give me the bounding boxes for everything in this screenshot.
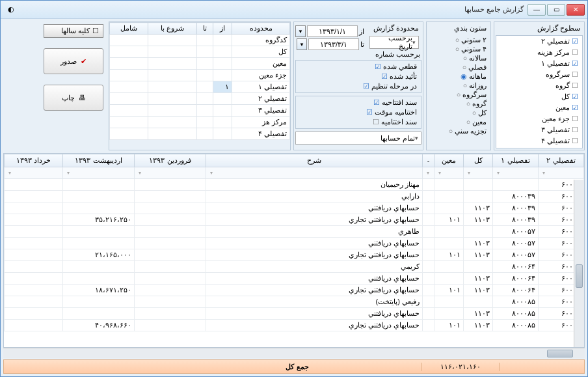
column-radio[interactable]: ۴ ستوني — [429, 44, 488, 53]
date-from-dropdown[interactable]: ▼ — [295, 25, 306, 37]
status-checkbox[interactable]: قطعي شده — [299, 62, 418, 72]
column-radio[interactable]: فصلي — [429, 63, 488, 72]
docs-checkbox[interactable]: اختتاميه موقت — [299, 107, 418, 117]
table-row[interactable]: ۶٠٠٠۴٨٠٠٠٨۵رفيعي (پايتخت) — [5, 296, 584, 308]
column-radio[interactable]: گروه — [429, 99, 488, 108]
date-to-input[interactable] — [308, 38, 359, 50]
all-years-checkbox[interactable]: ☐ كليه سالها — [44, 24, 103, 38]
column-radio[interactable]: سالانه — [429, 53, 488, 63]
to-label: تا — [360, 40, 364, 49]
vertical-scrollbar[interactable] — [574, 180, 584, 347]
table-row[interactable]: ۶٠٠٠۴مهناز رحيميان — [5, 179, 584, 191]
by-number-radio[interactable]: برحسب شماره — [368, 50, 420, 59]
column-radio[interactable]: ٢ ستوني — [429, 35, 488, 44]
print-button[interactable]: 🖶چاپ — [44, 85, 103, 111]
level-item[interactable]: جزء معين — [496, 113, 582, 124]
column-radio[interactable]: روزانه — [429, 81, 488, 90]
hscroll-thumb[interactable] — [547, 350, 573, 357]
filter-cell[interactable] — [434, 167, 464, 179]
docs-checkbox[interactable]: سند افتتاحيه — [299, 98, 418, 107]
table-row[interactable]: ۶٠٠٠۴٨٠٠٠٨۵١١٠٣حسابهاي دريافتني — [5, 308, 584, 320]
scroll-thumb[interactable] — [576, 264, 583, 288]
level-item[interactable]: تفصيلي ٢ — [496, 36, 582, 47]
level-item[interactable]: تفصيلي ٣ — [496, 124, 582, 135]
minimize-button[interactable]: — — [528, 4, 546, 16]
grid-header[interactable]: معين — [434, 154, 464, 167]
table-row[interactable]: ۶٠٠٠۴٨٠٠٠٨۵١١٠٣١٠١حسابهاي دريافتني تجاري… — [5, 320, 584, 331]
level-item[interactable]: كل — [496, 91, 582, 102]
level-item[interactable]: گروه — [496, 80, 582, 91]
table-row[interactable]: ۶٠٠٠۴٨٠٠٠۶۴١١٠٣حسابهاي دريافتني — [5, 273, 584, 285]
filter-cell[interactable] — [5, 167, 63, 179]
level-item[interactable]: تفصيلي ١ — [496, 58, 582, 69]
grid-header[interactable]: خرداد ١٣٩٣ — [5, 154, 63, 167]
grid-header[interactable]: فروردين ١٣٩٣ — [135, 154, 206, 167]
filter-cell[interactable] — [539, 167, 584, 179]
report-grid[interactable]: تفصيلي ٢تفصيلي ١كلمعين-شرحفروردين ١٣٩٣ار… — [3, 153, 585, 348]
filter-cell[interactable] — [493, 167, 539, 179]
from-label: از — [359, 27, 364, 36]
range-panel: محدودة گزارش برحسب تاريخ برحسب شماره از▼… — [293, 21, 423, 150]
grid-header[interactable]: - — [423, 154, 434, 167]
grid-header[interactable]: ارديبهشت ١٣٩٣ — [63, 154, 135, 167]
filter-cell[interactable] — [135, 167, 206, 179]
app-icon: ◐ — [6, 5, 16, 15]
docs-checkbox[interactable]: سند اختتاميه — [299, 117, 418, 127]
date-from-input[interactable] — [307, 25, 358, 37]
grid-header[interactable]: شرح — [206, 154, 423, 167]
close-button[interactable]: ✕ — [567, 4, 585, 16]
maximize-button[interactable]: ▭ — [547, 4, 565, 16]
range-label: محدودة گزارش — [366, 22, 423, 35]
total-col2: ١١۶،٠٢١،١۶٠ — [421, 363, 500, 371]
horizontal-scrollbar[interactable] — [3, 348, 585, 358]
column-radio[interactable]: كل — [429, 108, 488, 117]
table-row[interactable]: ۶٠٠٠۴٨٠٠٠۵٧طاهري — [5, 226, 584, 238]
export-button[interactable]: ✔صدور — [44, 48, 103, 74]
level-item[interactable]: معين — [496, 102, 582, 113]
columns-panel: ستون بندي ٢ ستوني۴ ستونيسالانهفصليماهانه… — [426, 21, 491, 150]
window-title: گزارش جامع حسابها — [16, 5, 528, 14]
status-checkbox[interactable]: در مرحله تنظيم — [299, 81, 418, 91]
table-row[interactable]: ۶٠٠٠۴٨٠٠٠۶۴١١٠٣١٠١حسابهاي دريافتني تجاري… — [5, 285, 584, 296]
table-row[interactable]: ۶٠٠٠۴٨٠٠٠٣٩١١٠٣حسابهاي دريافتني — [5, 202, 584, 214]
by-date-radio[interactable]: برحسب تاريخ — [369, 36, 419, 49]
level-item[interactable]: تفصيلي ۴ — [496, 135, 582, 147]
column-radio[interactable]: سرگروه — [429, 90, 488, 99]
columns-list: ٢ ستوني۴ ستونيسالانهفصليماهانهروزانهسرگر… — [427, 34, 490, 137]
columns-label: ستون بندي — [427, 22, 490, 34]
docs-group: سند افتتاحيهاختتاميه موقتسند اختتاميه — [295, 96, 421, 129]
filter-cell[interactable] — [206, 167, 423, 179]
table-row[interactable]: ۶٠٠٠۴٨٠٠٠۵٧١١٠٣حسابهاي دريافتني — [5, 238, 584, 249]
column-radio[interactable]: تجزيه سني — [429, 126, 488, 135]
filter-cell[interactable] — [63, 167, 135, 179]
app-window: ✕ ▭ — گزارش جامع حسابها ◐ سطوح گزارش تفص… — [0, 0, 588, 377]
bounds-table[interactable]: محدودهازتاشروع باشامل كدگروهكلمعينجزء مع… — [109, 22, 290, 140]
table-row[interactable]: ۶٠٠٠۴٨٠٠٠٣٩١١٠٣١٠١حسابهاي دريافتني تجاري… — [5, 214, 584, 226]
table-row[interactable]: ۶٠٠٠۴٨٠٠٠٣٩دارابي — [5, 191, 584, 202]
table-row[interactable]: ۶٠٠٠۴٨٠٠٠۵٧١١٠٣١٠١حسابهاي دريافتني تجاري… — [5, 249, 584, 261]
level-item[interactable]: سرگروه — [496, 69, 582, 80]
footer-total: ١١۶،٠٢١،١۶٠ جمع كل — [3, 359, 585, 374]
total-label: جمع كل — [173, 363, 421, 371]
grid-header[interactable]: تفصيلي ١ — [493, 154, 539, 167]
accounts-select[interactable]: تمام حسابها — [295, 132, 421, 145]
level-item[interactable]: مركز هزينه — [496, 47, 582, 58]
status-group: قطعي شدهتأئيد شدهدر مرحله تنظيم — [295, 60, 421, 93]
status-checkbox[interactable]: تأئيد شده — [299, 72, 418, 81]
filter-cell[interactable] — [464, 167, 493, 179]
column-radio[interactable]: ماهانه — [429, 72, 488, 81]
date-to-dropdown[interactable]: ▼ — [297, 38, 307, 50]
printer-icon: 🖶 — [79, 94, 86, 102]
levels-label: سطوح گزارش — [494, 22, 584, 34]
levels-panel: سطوح گزارش تفصيلي ٢مركز هزينهتفصيلي ١سرگ… — [494, 21, 585, 150]
actions-panel: ☐ كليه سالها ✔صدور 🖶چاپ — [41, 21, 106, 150]
table-row[interactable]: ۶٠٠٠۴٨٠٠٠۶۴كريمي — [5, 261, 584, 273]
filter-cell[interactable] — [423, 167, 434, 179]
column-radio[interactable]: معين — [429, 117, 488, 126]
bounds-panel: محدودهازتاشروع باشامل كدگروهكلمعينجزء مع… — [109, 21, 291, 150]
levels-list[interactable]: تفصيلي ٢مركز هزينهتفصيلي ١سرگروهگروهكلمع… — [496, 35, 583, 148]
titlebar: ✕ ▭ — گزارش جامع حسابها ◐ — [1, 1, 587, 19]
grid-header[interactable]: كل — [464, 154, 493, 167]
grid-header[interactable]: تفصيلي ٢ — [539, 154, 584, 167]
